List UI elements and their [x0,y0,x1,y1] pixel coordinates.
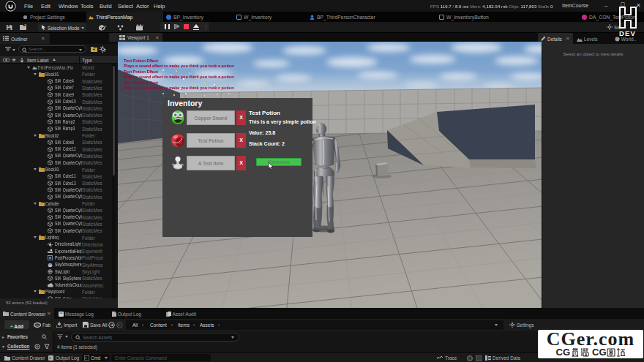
svg-text:+: + [104,24,107,29]
svg-text:DEV: DEV [619,29,636,37]
